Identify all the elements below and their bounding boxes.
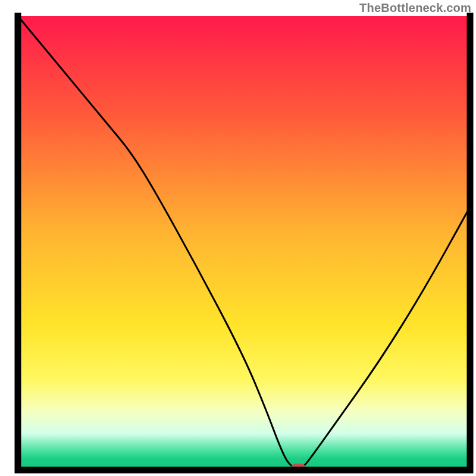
gradient-background <box>18 16 470 470</box>
chart-stage: TheBottleneck.com <box>0 0 476 476</box>
bottleneck-chart <box>0 0 476 476</box>
